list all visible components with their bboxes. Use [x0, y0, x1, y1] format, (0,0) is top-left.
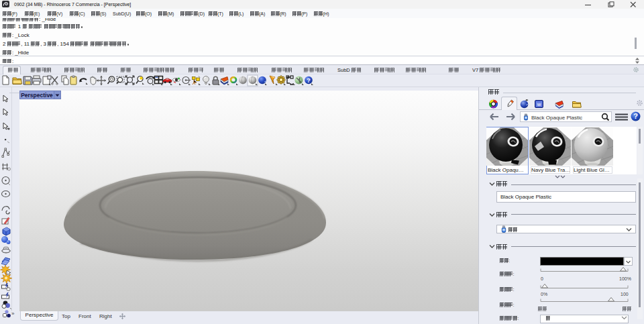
svg-text:?: ?	[633, 112, 638, 120]
svg-text:»: »	[11, 311, 15, 317]
svg-text:?: ?	[307, 77, 311, 84]
svg-text:w: w	[537, 101, 541, 107]
